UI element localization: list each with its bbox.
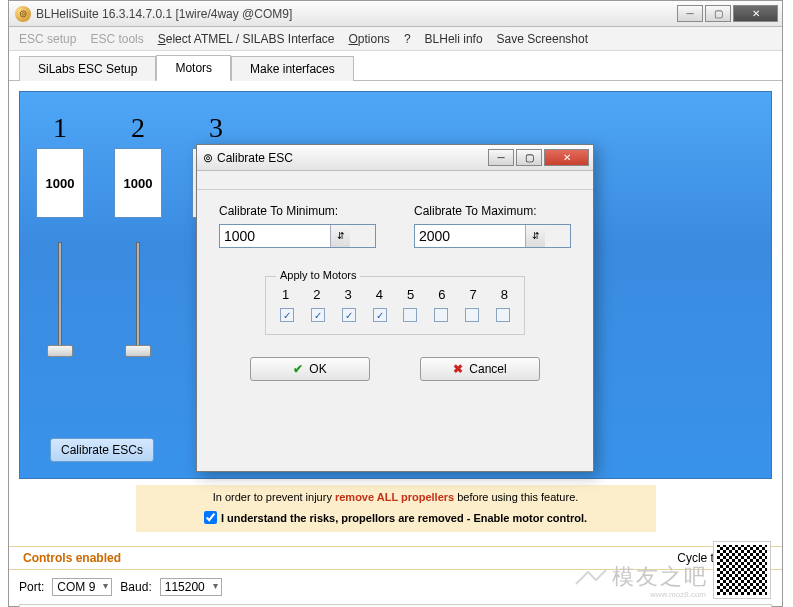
calibrate-max-input[interactable] [415, 225, 525, 247]
calibrate-max-label: Calibrate To Maximum: [414, 204, 571, 218]
motor-col-2: 2 1000 [114, 112, 162, 352]
check-icon: ✔ [293, 362, 303, 376]
dialog-close-button[interactable]: ✕ [544, 149, 589, 166]
motor-value: 1000 [36, 148, 84, 218]
motor-checkbox-1[interactable] [280, 308, 294, 322]
ack-checkbox-label[interactable]: I understand the risks, propellors are r… [204, 511, 587, 524]
menu-esc-tools: ESC tools [90, 32, 143, 46]
motor-checkbox-3[interactable] [342, 308, 356, 322]
slider-thumb[interactable] [47, 345, 73, 357]
calibrate-dialog: ⊚ Calibrate ESC ─ ▢ ✕ Calibrate To Minim… [196, 144, 594, 472]
apply-checks-row [278, 308, 512, 322]
spin-up-down-icon[interactable]: ⇵ [525, 225, 545, 247]
apply-legend: Apply to Motors [276, 269, 360, 281]
app-icon: ⊚ [15, 6, 31, 22]
warning-post: before using this feature. [454, 491, 578, 503]
tab-silabs[interactable]: SiLabs ESC Setup [19, 56, 156, 81]
motor-checkbox-7[interactable] [465, 308, 479, 322]
motor-checkbox-5[interactable] [403, 308, 417, 322]
calibrate-min-label: Calibrate To Minimum: [219, 204, 376, 218]
motor-number: 3 [209, 112, 223, 144]
motor-number: 1 [53, 112, 67, 144]
dialog-icon: ⊚ [203, 151, 217, 165]
maximize-button[interactable]: ▢ [705, 5, 731, 22]
calibrate-max-input-wrap: ⇵ [414, 224, 571, 248]
warning-strip: In order to prevent injury remove ALL pr… [136, 485, 656, 507]
qrcode [714, 542, 770, 598]
menu-blheli-info[interactable]: BLHeli info [425, 32, 483, 46]
motor-checkbox-6[interactable] [434, 308, 448, 322]
port-label: Port: [19, 580, 44, 594]
motor-checkbox-8[interactable] [496, 308, 510, 322]
menu-select-interface[interactable]: Select ATMEL / SILABS Interface [158, 32, 335, 46]
menu-esc-setup: ESC setup [19, 32, 76, 46]
minimize-button[interactable]: ─ [677, 5, 703, 22]
apply-numbers-row: 1 2 3 4 5 6 7 8 [278, 285, 512, 308]
menu-save-screenshot[interactable]: Save Screenshot [497, 32, 588, 46]
calibrate-min-input-wrap: ⇵ [219, 224, 376, 248]
cancel-button[interactable]: ✖Cancel [420, 357, 540, 381]
motor-number: 2 [131, 112, 145, 144]
close-button[interactable]: ✕ [733, 5, 778, 22]
dialog-title: Calibrate ESC [217, 151, 293, 165]
ok-button[interactable]: ✔OK [250, 357, 370, 381]
watermark-icon [574, 566, 608, 588]
menubar: ESC setup ESC tools Select ATMEL / SILAB… [9, 27, 782, 51]
window-title: BLHeliSuite 16.3.14.7.0.1 [1wire/4way @C… [36, 7, 292, 21]
menu-help[interactable]: ? [404, 32, 411, 46]
motor-value: 1000 [114, 148, 162, 218]
motor-col-1: 1 1000 [36, 112, 84, 352]
ack-text: I understand the risks, propellors are r… [221, 512, 587, 524]
titlebar: ⊚ BLHeliSuite 16.3.14.7.0.1 [1wire/4way … [9, 1, 782, 27]
dialog-maximize-button[interactable]: ▢ [516, 149, 542, 166]
cross-icon: ✖ [453, 362, 463, 376]
warning-bold: remove ALL propellers [335, 491, 454, 503]
ack-checkbox[interactable] [204, 511, 217, 524]
motor-checkbox-2[interactable] [311, 308, 325, 322]
tab-motors[interactable]: Motors [156, 55, 231, 81]
tab-make-interfaces[interactable]: Make interfaces [231, 56, 354, 81]
warning-pre: In order to prevent injury [213, 491, 335, 503]
baud-label: Baud: [120, 580, 151, 594]
watermark: 模友之吧 [574, 562, 708, 592]
ack-row: I understand the risks, propellors are r… [136, 507, 656, 532]
calibrate-escs-button[interactable]: Calibrate ESCs [50, 438, 154, 462]
tabstrip: SiLabs ESC Setup Motors Make interfaces [9, 51, 782, 81]
port-combo[interactable]: COM 9 [52, 578, 112, 596]
menu-options[interactable]: Options [349, 32, 390, 46]
calibrate-min-input[interactable] [220, 225, 330, 247]
motor-slider[interactable] [58, 242, 62, 352]
spin-up-down-icon[interactable]: ⇵ [330, 225, 350, 247]
motor-slider[interactable] [136, 242, 140, 352]
baud-combo[interactable]: 115200 [160, 578, 222, 596]
motor-checkbox-4[interactable] [373, 308, 387, 322]
watermark-url: www.moz8.com [650, 590, 706, 599]
slider-thumb[interactable] [125, 345, 151, 357]
dialog-titlebar: ⊚ Calibrate ESC ─ ▢ ✕ [197, 145, 593, 171]
apply-to-motors-group: Apply to Motors 1 2 3 4 5 6 7 8 [265, 276, 525, 335]
dialog-minimize-button[interactable]: ─ [488, 149, 514, 166]
